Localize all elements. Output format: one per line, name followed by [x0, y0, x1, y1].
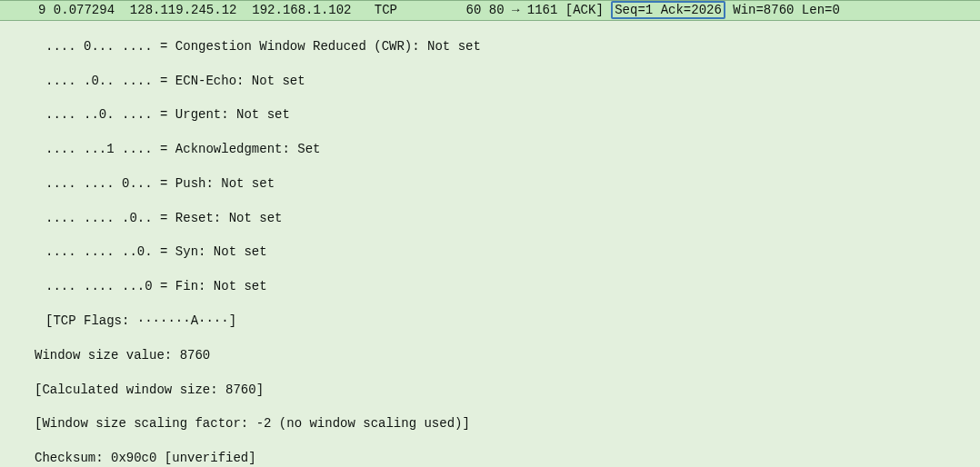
packet-details-pane[interactable]: .... 0... .... = Congestion Window Reduc… — [0, 21, 980, 467]
flag-fin: .... .... ...0 = Fin: Not set — [0, 278, 980, 295]
seq-ack-highlight: Seq=1 Ack=2026 — [611, 1, 725, 19]
col-proto: TCP — [375, 3, 397, 17]
checksum: Checksum: 0x90c0 [unverified] — [0, 450, 980, 467]
col-info-suffix: Win=8760 Len=0 — [725, 3, 840, 17]
col-info-prefix: 80 → 1161 [ACK] — [489, 3, 611, 17]
window-size-value: Window size value: 8760 — [0, 347, 980, 364]
col-seqack: Seq=1 Ack=2026 — [615, 3, 722, 17]
col-time: 0.077294 — [54, 3, 115, 17]
col-src: 128.119.245.12 — [130, 3, 237, 17]
tcp-flags-summary: [TCP Flags: ·······A····] — [0, 313, 980, 330]
calculated-window-size: [Calculated window size: 8760] — [0, 382, 980, 399]
flag-syn: .... .... ..0. = Syn: Not set — [0, 243, 980, 261]
flag-push: .... .... 0... = Push: Not set — [0, 175, 980, 193]
flag-urg: .... ..0. .... = Urgent: Not set — [0, 106, 980, 124]
flag-ecn: .... .0.. .... = ECN-Echo: Not set — [0, 73, 980, 90]
flag-cwr: .... 0... .... = Congestion Window Reduc… — [0, 38, 980, 55]
flag-reset: .... .... .0.. = Reset: Not set — [0, 210, 980, 227]
col-len: 60 — [466, 3, 482, 17]
packet-list-row[interactable]: 9 0.077294 128.119.245.12 192.168.1.102 … — [0, 0, 980, 21]
col-dst: 192.168.1.102 — [252, 3, 351, 17]
window-scaling-factor: [Window size scaling factor: -2 (no wind… — [0, 415, 980, 432]
flag-ack: .... ...1 .... = Acknowledgment: Set — [0, 141, 980, 158]
